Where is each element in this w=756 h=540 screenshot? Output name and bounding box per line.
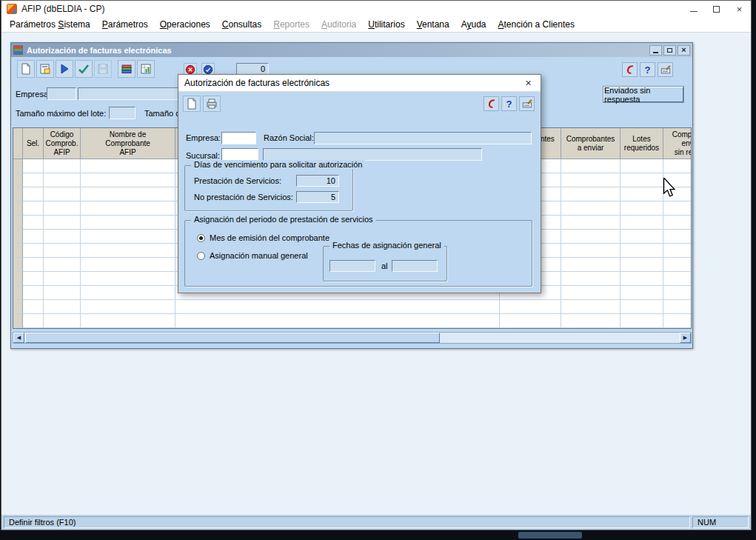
menu-item-ayuda[interactable]: Ayuda [455,18,492,31]
grid-cell[interactable] [561,258,620,272]
menu-item-atencion-a-clientes[interactable]: Atención a Clientes [492,18,581,31]
menu-item-operaciones[interactable]: Operaciones [154,18,216,31]
grid-cell[interactable] [81,258,175,272]
grid-cell[interactable] [81,187,175,201]
grid-header-cell[interactable]: Nombre de Comprobante AFIP [81,128,175,159]
grid-cell[interactable] [663,244,692,258]
grid-cell[interactable] [663,216,692,230]
grid-cell[interactable] [81,230,175,244]
shortcut-help-button[interactable] [519,96,535,111]
grid-cell[interactable] [620,314,663,328]
properties-button[interactable] [36,60,54,78]
grid-cell[interactable] [23,230,44,244]
grid-cell[interactable] [561,244,620,258]
grid-cell[interactable] [23,159,44,173]
menu-item-parametros[interactable]: Parámetros [96,18,154,31]
grid-cell[interactable] [23,258,44,272]
maximize-button[interactable] [705,1,728,17]
confirm-button[interactable] [75,60,93,78]
help-button[interactable]: ? [640,62,655,77]
grid-cell[interactable] [13,159,23,173]
grid-header-cell[interactable]: Código Comprob. AFIP [44,128,81,159]
grid-cell[interactable] [561,187,620,201]
grid-header-cell[interactable]: Sel. [23,128,44,159]
child-restore-button[interactable] [663,45,676,56]
grid-cell[interactable] [23,272,44,286]
grid-cell[interactable] [13,286,23,300]
new-record-button[interactable] [17,60,35,78]
grid-cell[interactable] [23,201,44,216]
grid-cell[interactable] [620,230,663,244]
grid-cell[interactable] [44,173,81,187]
menu-item-ventana[interactable]: Ventana [411,18,455,31]
grid-cell[interactable] [13,173,23,187]
grid-cell[interactable] [81,201,175,216]
grid-cell[interactable] [44,286,81,300]
grid-cell[interactable] [620,216,663,230]
grid-cell[interactable] [23,300,44,314]
empresa-input[interactable] [221,132,256,144]
grid-cell[interactable] [620,201,663,216]
help-button[interactable]: ? [501,96,517,111]
grid-header-cell[interactable] [13,128,23,159]
sucursal-input[interactable] [221,148,258,161]
grid-cell[interactable] [23,216,44,230]
grid-cell[interactable] [81,173,175,187]
grid-cell[interactable] [561,216,620,230]
grid-cell[interactable] [44,272,81,286]
grid-cell[interactable] [81,272,175,286]
grid-horizontal-scrollbar[interactable]: ◀ ▶ [13,332,692,344]
child-minimize-button[interactable] [649,45,662,56]
grid-cell[interactable] [620,300,663,314]
grid-cell[interactable] [81,244,175,258]
menu-item-utilitarios[interactable]: Utilitarios [362,18,410,31]
grid-cell[interactable] [23,187,44,201]
grid-cell[interactable] [561,272,620,286]
grid-cell[interactable] [620,286,663,300]
grid-cell[interactable] [561,159,620,173]
grid-cell[interactable] [175,314,500,328]
grid-cell[interactable] [663,272,692,286]
grid-cell[interactable] [561,173,620,187]
grid-report-button[interactable] [137,60,155,78]
grid-cell[interactable] [620,244,663,258]
grid-cell[interactable] [44,244,81,258]
support-button[interactable] [484,96,499,111]
grid-cell[interactable] [561,314,620,328]
batch-button[interactable] [118,60,136,78]
child-close-button[interactable]: × [678,45,690,56]
grid-row[interactable] [13,300,691,314]
dialog-close-button[interactable]: × [516,75,541,92]
grid-cell[interactable] [561,201,620,216]
enviados-sin-respuesta-button[interactable]: Enviados sin respuesta [603,87,683,102]
grid-cell[interactable] [500,314,561,328]
close-button[interactable]: × [728,1,751,17]
grid-cell[interactable] [13,187,23,201]
scroll-left-button[interactable]: ◀ [13,333,24,343]
grid-cell[interactable] [663,230,692,244]
grid-cell[interactable] [13,272,23,286]
menu-item-consultas[interactable]: Consultas [216,18,267,31]
child-titlebar[interactable]: Autorización de facturas electrónicas × [11,43,692,57]
window-titlebar[interactable]: AFIP (dbELDIA - CP) × [1,1,751,17]
grid-cell[interactable] [13,300,23,314]
grid-cell[interactable] [44,159,81,173]
support-button[interactable] [622,62,638,77]
grid-cell[interactable] [13,216,23,230]
grid-cell[interactable] [44,314,81,328]
grid-cell[interactable] [561,300,620,314]
grid-cell[interactable] [81,216,175,230]
grid-cell[interactable] [500,300,561,314]
run-button[interactable] [56,60,73,78]
grid-cell[interactable] [44,187,81,201]
grid-cell[interactable] [44,201,81,216]
grid-cell[interactable] [663,201,692,216]
dialog-print-button[interactable] [203,96,221,112]
grid-cell[interactable] [81,314,175,328]
grid-cell[interactable] [175,300,500,314]
grid-header-cell[interactable]: Comprobantes a enviar [561,128,620,159]
menu-item-parametros-sistema[interactable]: Parámetros Sistema [4,18,96,31]
minimize-button[interactable] [682,1,705,17]
grid-cell[interactable] [663,258,692,272]
grid-cell[interactable] [620,173,663,187]
